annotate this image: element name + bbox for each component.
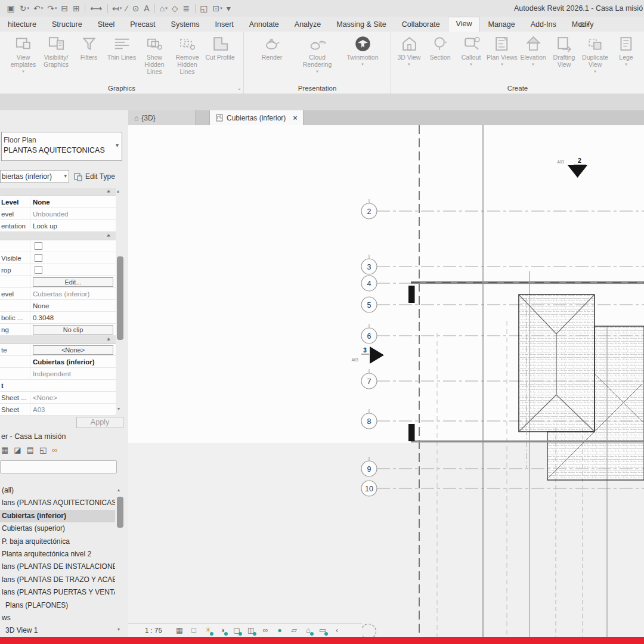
browser-tool-button[interactable] <box>14 445 21 454</box>
scroll-up-icon[interactable]: ▴ <box>117 487 120 493</box>
ribbon-tab[interactable]: Analyze <box>287 18 329 32</box>
property-row[interactable]: Level None None <box>0 196 116 208</box>
viewbar-icon-button[interactable] <box>216 625 228 636</box>
viewbar-icon-button[interactable] <box>202 625 214 636</box>
property-value[interactable] <box>30 264 116 275</box>
qat-button[interactable] <box>142 2 152 15</box>
view-scale-button[interactable]: 1 : 75 <box>145 627 174 634</box>
scroll-down-icon[interactable]: ▾ <box>117 406 120 411</box>
browser-tree-item[interactable]: ws <box>0 612 115 624</box>
ribbon-button[interactable]: Drafting View ▾ <box>549 35 580 73</box>
properties-scrollbar-thumb[interactable] <box>117 256 123 340</box>
qat-button[interactable] <box>198 2 210 15</box>
scroll-down-icon[interactable]: ▾ <box>117 627 120 632</box>
ribbon-display-toggle[interactable]: ▾ <box>574 18 594 32</box>
property-row[interactable]: t <box>0 380 116 392</box>
browser-tree-item[interactable]: 3D View 1 <box>0 624 119 637</box>
browser-search-input[interactable] <box>0 460 117 473</box>
qat-button[interactable] <box>210 2 224 15</box>
viewbar-icon-button[interactable] <box>245 625 257 636</box>
property-value[interactable]: Independent Independent <box>30 368 116 379</box>
property-row[interactable] <box>0 240 116 252</box>
browser-tool-button[interactable] <box>39 445 47 454</box>
qat-button[interactable] <box>130 2 142 15</box>
property-row[interactable]: evel Unbounded Unbounded <box>0 208 116 220</box>
viewbar-icon-button[interactable] <box>317 625 329 636</box>
viewbar-icon-button[interactable] <box>288 625 300 636</box>
property-row[interactable]: Edit... Edit... <box>0 276 116 288</box>
checkbox[interactable] <box>35 242 42 250</box>
ribbon-button[interactable]: Visibility/ Graphics ▾ <box>40 35 73 73</box>
property-value[interactable]: Cubiertas (inferior) Cubiertas (inferior… <box>30 288 116 299</box>
browser-tree-item[interactable]: Cubiertas (superior) <box>0 522 115 535</box>
ribbon-tab[interactable]: Manage <box>480 18 522 32</box>
ribbon-button[interactable]: Show Hidden Lines ▾ <box>138 35 171 80</box>
property-row[interactable]: Sheet ... <None> <None> <box>0 392 116 404</box>
view-tab-3d[interactable]: ⌂ {3D} <box>128 110 196 125</box>
property-row[interactable]: entation Look up Look up <box>0 220 116 232</box>
qat-button[interactable] <box>85 4 85 13</box>
browser-tree-item[interactable]: Plans (PLAFONES) <box>0 599 119 612</box>
ribbon-tab[interactable]: Collaborate <box>394 18 448 32</box>
ribbon-tab[interactable]: hitecture <box>0 18 44 32</box>
property-value[interactable]: Edit... Edit... <box>30 276 116 287</box>
qat-button[interactable] <box>154 4 155 13</box>
browser-tree-item[interactable]: Planta arquitectónica nivel 2 <box>0 548 115 561</box>
property-row[interactable]: ng No clip No clip <box>0 324 116 336</box>
property-row[interactable]: Visible <box>0 252 116 264</box>
property-value-button[interactable]: No clip <box>33 325 113 335</box>
section-marker-top[interactable]: A03 2 <box>557 157 587 178</box>
qat-button[interactable] <box>17 2 31 15</box>
checkbox[interactable] <box>35 254 42 262</box>
browser-tool-button[interactable] <box>27 445 34 454</box>
view-tab-cubiertas-inferior[interactable]: Cubiertas (inferior) × <box>209 110 304 125</box>
qat-button[interactable] <box>88 2 104 15</box>
property-row[interactable]: rop <box>0 264 116 276</box>
qat-button[interactable] <box>224 2 233 15</box>
ribbon-tab[interactable]: Precast <box>122 18 163 32</box>
ribbon-tab[interactable]: Structure <box>44 18 90 32</box>
property-row[interactable] <box>0 336 116 344</box>
ribbon-tab[interactable]: Massing & Site <box>329 18 394 32</box>
property-value[interactable]: None None <box>30 196 116 208</box>
browser-tree-item[interactable]: lans (PLANTAS DE TRAZO Y ACAB <box>0 574 115 586</box>
ribbon-button[interactable]: Filters ▾ <box>73 35 106 67</box>
qat-button[interactable] <box>124 2 130 15</box>
qat-button[interactable] <box>59 2 71 15</box>
section-marker-left[interactable]: A03 3 <box>351 346 384 364</box>
ribbon-tab[interactable]: Insert <box>208 18 242 32</box>
ribbon-button[interactable]: Section ▾ <box>425 35 456 67</box>
viewbar-icon-button[interactable] <box>274 625 286 636</box>
ribbon-tab[interactable]: Add-Ins <box>523 18 564 32</box>
property-value[interactable]: 0.3048 0.3048 <box>30 312 116 323</box>
drawing-area[interactable]: 2 3 4 5 6 7 8 9 10 A03 2 A03 3 <box>128 125 644 637</box>
ribbon-button[interactable]: Cut Profile ▾ <box>204 35 237 67</box>
property-value[interactable]: Look up Look up <box>30 220 116 231</box>
property-value[interactable]: <None> <None> <box>30 392 116 403</box>
browser-tree-item[interactable]: P. baja arquitectónica <box>0 535 115 548</box>
ribbon-tab[interactable]: View <box>448 17 481 32</box>
dialog-launcher-icon[interactable]: ⌟ <box>238 83 240 92</box>
browser-tool-button[interactable] <box>52 445 57 454</box>
qat-button[interactable] <box>169 2 181 15</box>
edit-type-button[interactable]: Edit Type <box>74 172 115 181</box>
ribbon-button[interactable]: Thin Lines ▾ <box>106 35 138 67</box>
property-row[interactable]: None None <box>0 300 116 312</box>
browser-tree-item[interactable]: lans (PLANTAS DE INSTALACIONE <box>0 561 115 573</box>
browser-tree-item[interactable]: lans (PLANTAS AQUITECTONICAS <box>0 497 115 509</box>
property-row[interactable]: evel Cubiertas (inferior) Cubiertas (inf… <box>0 288 116 300</box>
ribbon-button[interactable]: Plan Views ▾ <box>487 35 518 67</box>
qat-button[interactable] <box>181 2 193 15</box>
browser-tree-item[interactable]: (all) <box>0 484 115 497</box>
property-value[interactable]: <None> <None> <box>30 344 116 355</box>
ribbon-button[interactable]: 3D View ▾ <box>394 35 425 67</box>
close-icon[interactable]: × <box>293 114 297 122</box>
viewbar-icon-button[interactable] <box>259 625 271 636</box>
property-row[interactable]: Independent Independent <box>0 368 116 380</box>
ribbon-button[interactable]: Duplicate View ▾ <box>580 35 611 73</box>
viewbar-icon-button[interactable] <box>231 625 243 636</box>
property-row[interactable]: te <None> <None> <box>0 344 116 356</box>
property-value-button[interactable]: <None> <box>33 345 113 355</box>
ribbon-button[interactable]: Lege ▾ <box>611 35 642 67</box>
apply-button[interactable]: Apply <box>76 417 123 428</box>
